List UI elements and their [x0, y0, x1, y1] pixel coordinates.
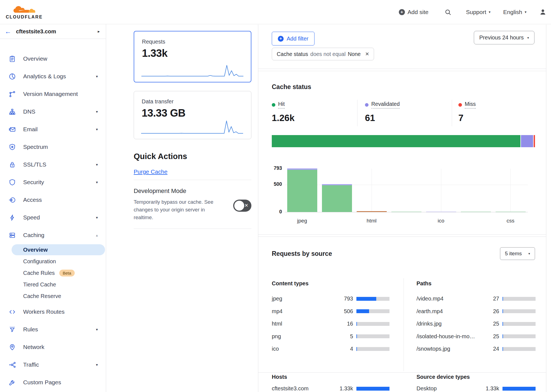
requests-metric-card[interactable]: Requests 1.33k: [134, 31, 251, 82]
add-filter-button[interactable]: + Add filter: [272, 32, 315, 45]
stat-label[interactable]: Miss: [458, 101, 476, 109]
sidebar-item-label: Custom Pages: [23, 379, 61, 386]
plus-icon: +: [278, 36, 284, 42]
value-bar: [356, 322, 389, 326]
add-site-button[interactable]: + Add site: [399, 9, 429, 15]
sidebar-item-caching-cache-reserve[interactable]: Cache Reserve: [0, 290, 106, 302]
divider: [134, 180, 251, 180]
section-gap: [258, 235, 546, 237]
sidebar-item-label: Speed: [23, 214, 40, 221]
chevron-up-icon: ▴: [96, 233, 98, 237]
gridline: [285, 185, 528, 185]
site-name: cftestsite3.com: [16, 28, 98, 35]
list-item: /isolated-house-in-mo…25: [416, 330, 536, 343]
sidebar-item-spectrum[interactable]: Spectrum: [0, 138, 106, 156]
sidebar-item-version-management[interactable]: Version Management: [0, 85, 106, 103]
item-value: 4: [332, 346, 353, 352]
cloudflare-logo[interactable]: CLOUDFLARE: [6, 4, 42, 20]
item-value: 25: [478, 321, 499, 327]
door-enter-icon: [9, 196, 16, 204]
value-bar-fill: [356, 309, 369, 313]
sidebar-item-access[interactable]: Access: [0, 191, 106, 209]
value-bar: [502, 297, 536, 301]
back-arrow-icon[interactable]: ←: [0, 28, 16, 35]
language-menu[interactable]: English ▾: [503, 9, 526, 15]
lock-icon: [9, 161, 16, 168]
stat-label[interactable]: Revalidated: [365, 101, 400, 109]
sidebar-item-caching-cache-rules[interactable]: Cache RulesBeta: [0, 267, 106, 279]
device-types-list: Source device typesDesktop1.33k: [416, 374, 536, 392]
filter-value: None: [348, 51, 361, 57]
user-account-icon[interactable]: [539, 8, 547, 16]
segment-miss: [534, 135, 535, 147]
development-mode-row: Development Mode Temporarily bypass our …: [134, 187, 251, 221]
topbar-actions: + Add site Support ▾ English ▾: [399, 8, 551, 16]
chevron-down-icon: ▾: [96, 162, 98, 167]
sidebar-item-dns[interactable]: DNS▾: [0, 103, 106, 120]
sidebar-item-label: Access: [23, 197, 42, 203]
sidebar-item-network[interactable]: Network: [0, 338, 106, 356]
item-label: Desktop: [416, 385, 478, 392]
sidebar-item-email[interactable]: Email▾: [0, 120, 106, 138]
sidebar-subitem-label: Configuration: [23, 258, 56, 265]
sidebar-item-traffic[interactable]: Traffic▾: [0, 356, 106, 374]
section-gap: [258, 69, 546, 71]
gridline: [372, 169, 372, 212]
data-transfer-metric-card[interactable]: Data transfer 13.33 GB: [134, 91, 251, 139]
time-range-select[interactable]: Previous 24 hours ▾: [474, 31, 534, 44]
items-count-select[interactable]: 5 items ▾: [500, 247, 535, 260]
x-tick-label: css: [498, 218, 523, 224]
sidebar-item-workers-routes[interactable]: Workers Routes: [0, 303, 106, 321]
chevron-down-icon: ▾: [96, 363, 98, 367]
search-icon[interactable]: [444, 9, 451, 16]
sidebar-item-caching[interactable]: Caching▴: [0, 226, 106, 244]
list-item: jpeg793: [272, 292, 389, 305]
item-value: 26: [478, 308, 499, 315]
sidebar-nav: OverviewAnalytics & Logs▾Version Managem…: [0, 39, 106, 244]
sidebar-item-label: Analytics & Logs: [23, 73, 66, 80]
sidebar-item-custom-pages[interactable]: Custom Pages: [0, 374, 106, 391]
x-tick-label: html: [359, 218, 384, 224]
sidebar-item-caching-overview[interactable]: Overview: [0, 244, 106, 256]
sidebar-item-caching-configuration[interactable]: Configuration: [0, 256, 106, 267]
stat-value: 1.26k: [272, 113, 357, 123]
list-item: mp4506: [272, 305, 389, 318]
item-value: 24: [478, 346, 499, 352]
list-item: Desktop1.33k: [416, 382, 536, 392]
purge-cache-link[interactable]: Purge Cache: [134, 168, 168, 175]
requests-value: 1.33k: [142, 47, 243, 59]
sidebar-item-ssl-tls[interactable]: SSL/TLS▾: [0, 156, 106, 173]
value-bar: [502, 334, 536, 338]
site-expand-icon[interactable]: ▸: [98, 29, 100, 34]
sidebar-subitem-label: Cache Reserve: [23, 293, 61, 299]
legend-dot: [458, 103, 462, 107]
chevron-down-icon: ▾: [96, 327, 98, 332]
stat-label[interactable]: Hit: [272, 101, 285, 109]
value-bar: [356, 334, 389, 338]
development-mode-toggle[interactable]: ✕: [233, 200, 251, 212]
bar-segment-hit: [391, 212, 421, 212]
content-types-title: Content types: [272, 280, 389, 287]
sidebar-item-overview[interactable]: Overview: [0, 50, 106, 68]
sidebar-item-label: Version Management: [23, 91, 78, 97]
sidebar-item-speed[interactable]: Speed▾: [0, 209, 106, 226]
sidebar-item-analytics-logs[interactable]: Analytics & Logs▾: [0, 68, 106, 85]
chevron-down-icon: ▾: [527, 36, 529, 40]
chevron-down-icon: ▾: [528, 252, 530, 256]
sidebar-item-rules[interactable]: Rules▾: [0, 321, 106, 338]
item-label: jpeg: [272, 296, 332, 302]
sidebar-item-security[interactable]: Security▾: [0, 173, 106, 191]
support-menu[interactable]: Support ▾: [466, 9, 490, 15]
sidebar-caching-subnav: OverviewConfigurationCache RulesBetaTier…: [0, 244, 106, 302]
bar-html: [357, 211, 387, 212]
sidebar-item-caching-tiered-cache[interactable]: Tiered Cache: [0, 279, 106, 290]
filter-field: Cache status: [277, 51, 308, 57]
sidebar-subitem-label: Cache Rules: [23, 270, 55, 276]
share-nodes-icon: [9, 361, 16, 369]
list-item: /earth.mp426: [416, 305, 536, 318]
remove-filter-icon[interactable]: ✕: [365, 51, 369, 57]
value-bar-fill: [502, 334, 503, 338]
value-bar-fill: [502, 387, 536, 391]
item-label: ico: [272, 346, 332, 352]
list-item: html16: [272, 318, 389, 330]
